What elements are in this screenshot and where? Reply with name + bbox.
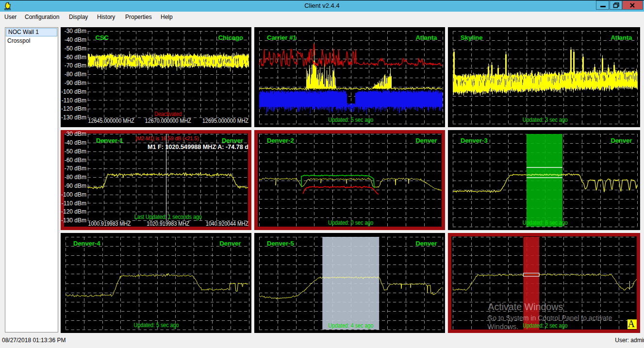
svg-text:12695.000000 MHZ: 12695.000000 MHZ — [202, 117, 248, 124]
svg-text:Activate Windows: Activate Windows — [488, 301, 563, 312]
svg-text:-80 dBm: -80 dBm — [65, 71, 86, 78]
svg-text:Updated: 4 sec ago: Updated: 4 sec ago — [328, 322, 373, 329]
svg-text:Updated: 2 sec ago: Updated: 2 sec ago — [523, 322, 567, 329]
svg-text:Windows.: Windows. — [487, 323, 518, 331]
svg-text:M1 F: 1020.549988 MHZ A: -74.7: M1 F: 1020.549988 MHZ A: -74.78 d — [148, 143, 248, 150]
svg-text:Denver: Denver — [415, 137, 437, 144]
svg-text:-100 dBm: -100 dBm — [61, 88, 86, 95]
svg-text:1040.920044 MHZ: 1040.920044 MHZ — [206, 220, 248, 227]
svg-text:1020.919983 MHZ: 1020.919983 MHZ — [147, 220, 189, 227]
svg-text:-40 dBm: -40 dBm — [65, 36, 86, 43]
svg-text:|M2-M1| is 16.59 dB (<21.5): |M2-M1| is 16.59 dB (<21.5) — [136, 135, 199, 141]
svg-text:Updated: 0 sec ago: Updated: 0 sec ago — [328, 219, 373, 226]
svg-text:-40 dBm: -40 dBm — [65, 139, 86, 146]
svg-text:-70 dBm: -70 dBm — [65, 165, 86, 172]
svg-text:-130 dBm: -130 dBm — [61, 217, 86, 224]
svg-text:Denver-4: Denver-4 — [73, 240, 100, 247]
svg-text:Denver: Denver — [611, 137, 632, 144]
svg-text:Updated: 5 sec ago: Updated: 5 sec ago — [134, 322, 179, 329]
svg-text:CSC: CSC — [96, 34, 109, 41]
svg-text:-50 dBm: -50 dBm — [65, 45, 86, 52]
svg-text:Atlanta: Atlanta — [415, 34, 437, 41]
svg-text:12670.000000 MHZ: 12670.000000 MHZ — [145, 117, 191, 124]
svg-text:Chicago: Chicago — [218, 34, 243, 41]
svg-text:Updated: 3 sec ago: Updated: 3 sec ago — [523, 116, 568, 123]
svg-text:Last Updated: 1 seconds ago: Last Updated: 1 seconds ago — [134, 214, 202, 220]
svg-text:Denver-2: Denver-2 — [267, 137, 294, 144]
svg-text:-120 dBm: -120 dBm — [61, 208, 86, 215]
svg-text:-30 dBm: -30 dBm — [65, 28, 86, 34]
svg-text:Denver: Denver — [415, 240, 437, 247]
svg-text:-60 dBm: -60 dBm — [65, 157, 86, 164]
svg-text:Deactivated: Deactivated — [154, 111, 182, 117]
svg-text:Go to System in Control Panel: Go to System in Control Panel to activat… — [487, 314, 612, 322]
svg-text:-90 dBm: -90 dBm — [65, 182, 86, 189]
svg-text:12645.000000 MHZ: 12645.000000 MHZ — [88, 117, 134, 124]
svg-text:-30 dBm: -30 dBm — [65, 131, 86, 137]
svg-text:Denver-1: Denver-1 — [96, 137, 123, 144]
svg-text:-130 dBm: -130 dBm — [61, 114, 86, 121]
svg-text:Denver-5: Denver-5 — [267, 240, 294, 247]
svg-text:Carrier #1: Carrier #1 — [267, 34, 297, 41]
svg-text:Denver-3: Denver-3 — [461, 137, 488, 144]
svg-text:1000.919983 MHZ: 1000.919983 MHZ — [88, 220, 131, 227]
svg-text:Atlanta: Atlanta — [611, 34, 632, 41]
svg-text:Skyline: Skyline — [461, 34, 483, 41]
svg-text:-110 dBm: -110 dBm — [62, 97, 86, 104]
svg-text:-50 dBm: -50 dBm — [65, 148, 86, 155]
svg-text:Updated: 5 sec ago: Updated: 5 sec ago — [328, 116, 373, 123]
svg-text:-120 dBm: -120 dBm — [61, 105, 86, 112]
svg-text:A: A — [628, 318, 635, 329]
svg-text:-100 dBm: -100 dBm — [61, 191, 86, 198]
svg-text:-60 dBm: -60 dBm — [65, 54, 86, 61]
svg-text:-70 dBm: -70 dBm — [65, 62, 86, 69]
svg-text:Updated: 6 sec ago: Updated: 6 sec ago — [523, 219, 568, 226]
svg-text:Denver: Denver — [219, 240, 241, 247]
svg-text:-80 dBm: -80 dBm — [65, 174, 86, 181]
svg-text:-90 dBm: -90 dBm — [65, 80, 86, 86]
svg-text:-110 dBm: -110 dBm — [62, 200, 86, 207]
